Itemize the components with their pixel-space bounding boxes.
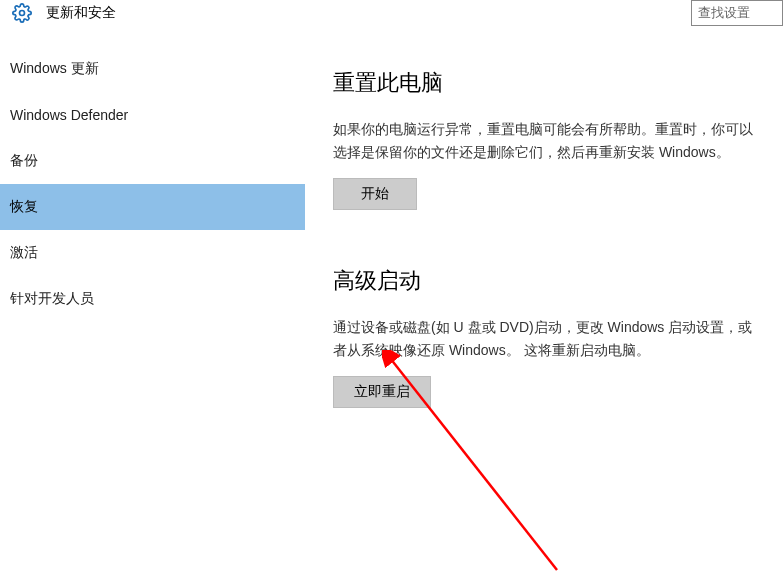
page-title: 更新和安全 — [46, 4, 116, 22]
header-bar: 更新和安全 查找设置 — [0, 0, 783, 28]
restart-now-button[interactable]: 立即重启 — [333, 376, 431, 408]
sidebar-item-for-developers[interactable]: 针对开发人员 — [0, 276, 305, 322]
advanced-startup-title: 高级启动 — [333, 266, 763, 296]
svg-point-0 — [20, 11, 25, 16]
main-layout: Windows 更新 Windows Defender 备份 恢复 激活 针对开… — [0, 28, 783, 578]
advanced-startup-description: 通过设备或磁盘(如 U 盘或 DVD)启动，更改 Windows 启动设置，或者… — [333, 316, 763, 362]
sidebar-item-windows-update[interactable]: Windows 更新 — [0, 46, 305, 92]
sidebar-item-backup[interactable]: 备份 — [0, 138, 305, 184]
gear-icon — [12, 3, 32, 23]
sidebar-item-label: 恢复 — [10, 198, 38, 216]
content-area: 重置此电脑 如果你的电脑运行异常，重置电脑可能会有所帮助。重置时，你可以选择是保… — [305, 28, 783, 578]
search-placeholder-text: 查找设置 — [698, 4, 750, 22]
sidebar-item-windows-defender[interactable]: Windows Defender — [0, 92, 305, 138]
search-settings-input[interactable]: 查找设置 — [691, 0, 783, 26]
reset-start-button[interactable]: 开始 — [333, 178, 417, 210]
header-left: 更新和安全 — [12, 3, 116, 23]
sidebar-item-recovery[interactable]: 恢复 — [0, 184, 305, 230]
sidebar-item-label: 备份 — [10, 152, 38, 170]
sidebar-item-label: 激活 — [10, 244, 38, 262]
sidebar-item-label: 针对开发人员 — [10, 290, 94, 308]
reset-pc-description: 如果你的电脑运行异常，重置电脑可能会有所帮助。重置时，你可以选择是保留你的文件还… — [333, 118, 763, 164]
sidebar-item-label: Windows 更新 — [10, 60, 99, 78]
sidebar-item-label: Windows Defender — [10, 107, 128, 123]
advanced-startup-section: 高级启动 通过设备或磁盘(如 U 盘或 DVD)启动，更改 Windows 启动… — [333, 266, 763, 408]
reset-pc-title: 重置此电脑 — [333, 68, 763, 98]
sidebar-item-activation[interactable]: 激活 — [0, 230, 305, 276]
reset-pc-section: 重置此电脑 如果你的电脑运行异常，重置电脑可能会有所帮助。重置时，你可以选择是保… — [333, 68, 763, 210]
sidebar: Windows 更新 Windows Defender 备份 恢复 激活 针对开… — [0, 28, 305, 578]
